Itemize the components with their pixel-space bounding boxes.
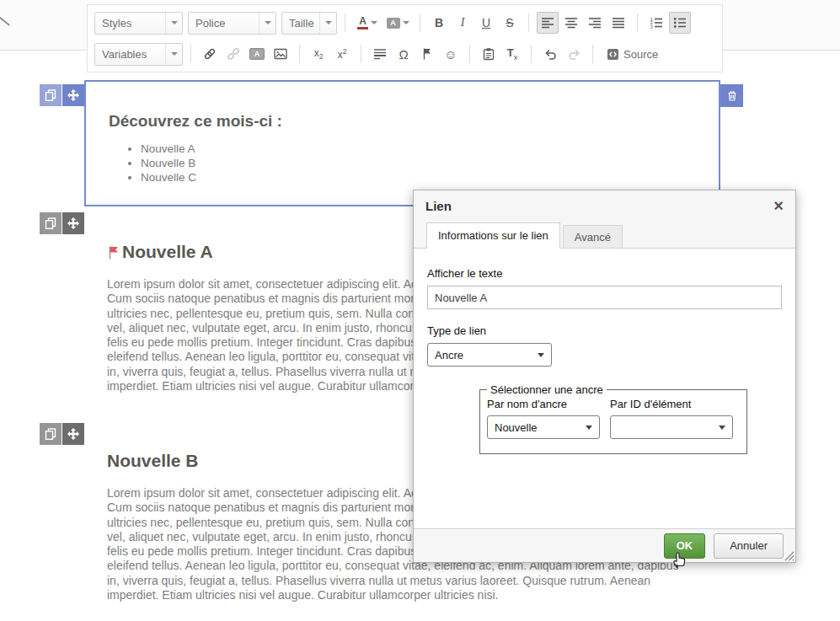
anchor-name-label: Par nom d'ancre (487, 398, 600, 410)
editor-page: Styles Police Taille A (0, 0, 840, 621)
display-text-label: Afficher le texte (427, 267, 782, 280)
copy-handle-button[interactable] (40, 84, 62, 106)
image-button[interactable] (270, 43, 292, 65)
toolbar-separator (592, 45, 593, 63)
background-color-button[interactable]: A (383, 12, 412, 34)
superscript-button[interactable]: x2 (331, 43, 353, 65)
flag-icon (420, 47, 434, 61)
dialog-title-bar[interactable]: Lien × (414, 190, 795, 221)
text-field-button[interactable]: A (246, 43, 268, 65)
clipboard-icon (482, 47, 495, 61)
strikethrough-button[interactable]: S (499, 12, 521, 34)
hand-cursor-icon (674, 553, 685, 568)
align-left-button[interactable] (537, 12, 559, 34)
move-handle-button[interactable] (62, 84, 84, 106)
redo-button[interactable] (563, 43, 585, 65)
align-justify-button[interactable] (607, 12, 629, 34)
copy-icon (45, 217, 56, 229)
resize-grip[interactable] (783, 549, 795, 561)
undo-icon (543, 47, 558, 61)
tab-link-info[interactable]: Informations sur le lien (426, 222, 560, 249)
subscript-button[interactable]: x2 (308, 43, 329, 65)
list-item[interactable]: Nouvelle B (141, 156, 719, 170)
article-b-title[interactable]: Nouvelle B (107, 451, 199, 471)
horizontal-rule-icon (373, 47, 387, 61)
font-combo[interactable]: Police (188, 12, 276, 35)
widget-handles-article-b (40, 423, 84, 445)
copy-handle-button[interactable] (40, 212, 62, 234)
summary-widget[interactable]: Découvrez ce mois-ci : Nouvelle A Nouvel… (84, 80, 720, 206)
close-icon[interactable]: × (773, 197, 784, 214)
toolbar-separator (637, 13, 638, 32)
list-item[interactable]: Nouvelle C (141, 170, 719, 185)
article-a-title[interactable]: Nouvelle A (107, 242, 213, 262)
align-justify-icon (612, 16, 625, 29)
list-item[interactable]: Nouvelle A (141, 142, 719, 156)
align-center-icon (564, 16, 578, 29)
numbered-list-icon: 123 (650, 16, 663, 29)
smiley-button[interactable]: ☺ (440, 43, 462, 65)
text-color-button[interactable]: A (353, 12, 382, 34)
anchor-id-select[interactable] (610, 415, 733, 439)
link-button[interactable] (199, 43, 221, 65)
toolbar-separator (420, 13, 420, 32)
delete-widget-button[interactable] (720, 84, 743, 107)
move-icon (67, 89, 79, 101)
chevron-down-icon (165, 13, 182, 34)
source-button[interactable]: Source (601, 43, 664, 65)
undo-button[interactable] (539, 43, 561, 65)
special-character-button[interactable]: Ω (393, 43, 415, 65)
move-icon (67, 217, 79, 229)
align-center-button[interactable] (560, 12, 582, 34)
toolbar-row-2: Variables A x2 (94, 40, 715, 67)
move-handle-button[interactable] (62, 423, 84, 445)
variables-combo[interactable]: Variables (94, 43, 183, 66)
italic-button[interactable]: I (452, 12, 474, 34)
chevron-down-icon (403, 21, 409, 24)
remove-format-icon: Tx (507, 46, 517, 62)
anchor-name-select[interactable]: Nouvelle (487, 415, 600, 439)
copy-icon (45, 428, 56, 440)
paste-button[interactable] (478, 43, 500, 65)
underline-button[interactable]: U (475, 12, 497, 34)
move-handle-button[interactable] (62, 212, 84, 234)
toolbar-separator (531, 45, 532, 63)
styles-combo[interactable]: Styles (94, 12, 183, 35)
boxed-a-icon: A (249, 48, 265, 60)
move-icon (67, 428, 79, 440)
chevron-down-icon (319, 13, 336, 34)
trash-icon (726, 90, 738, 102)
link-icon (203, 47, 217, 61)
size-combo-label: Taille (289, 17, 314, 29)
chevron-down-icon (719, 426, 725, 430)
anchor-button[interactable] (416, 43, 438, 65)
bold-button[interactable]: B (428, 12, 450, 34)
subscript-icon: x2 (314, 48, 324, 61)
size-combo[interactable]: Taille (281, 12, 337, 35)
unlink-button[interactable] (222, 43, 244, 65)
dialog-tabs: Informations sur le lien Avancé (414, 221, 795, 249)
link-type-value: Ancre (435, 349, 463, 361)
align-right-button[interactable] (584, 12, 606, 34)
link-dialog: Lien × Informations sur le lien Avancé A… (413, 190, 796, 563)
widget-handles-article-a (40, 212, 84, 234)
numbered-list-button[interactable]: 123 (645, 12, 667, 34)
dialog-title: Lien (425, 199, 452, 213)
copy-handle-button[interactable] (40, 423, 62, 445)
summary-heading[interactable]: Découvrez ce mois-ci : (86, 112, 719, 131)
dialog-footer: OK Annuler (414, 528, 795, 562)
chevron-down-icon (371, 21, 377, 24)
bullet-list-icon (673, 16, 687, 29)
bullet-list-button[interactable] (669, 12, 691, 34)
remove-format-button[interactable]: Tx (501, 43, 523, 65)
display-text-field[interactable] (427, 286, 782, 309)
toolbar-separator (299, 45, 300, 63)
horizontal-rule-button[interactable] (369, 43, 391, 65)
unlink-icon (227, 47, 240, 61)
superscript-icon: x2 (338, 48, 347, 60)
tab-advanced[interactable]: Avancé (563, 225, 623, 248)
cancel-button[interactable]: Annuler (714, 533, 784, 559)
background-color-icon: A (387, 18, 400, 29)
source-button-label: Source (623, 48, 658, 61)
link-type-select[interactable]: Ancre (427, 343, 552, 367)
